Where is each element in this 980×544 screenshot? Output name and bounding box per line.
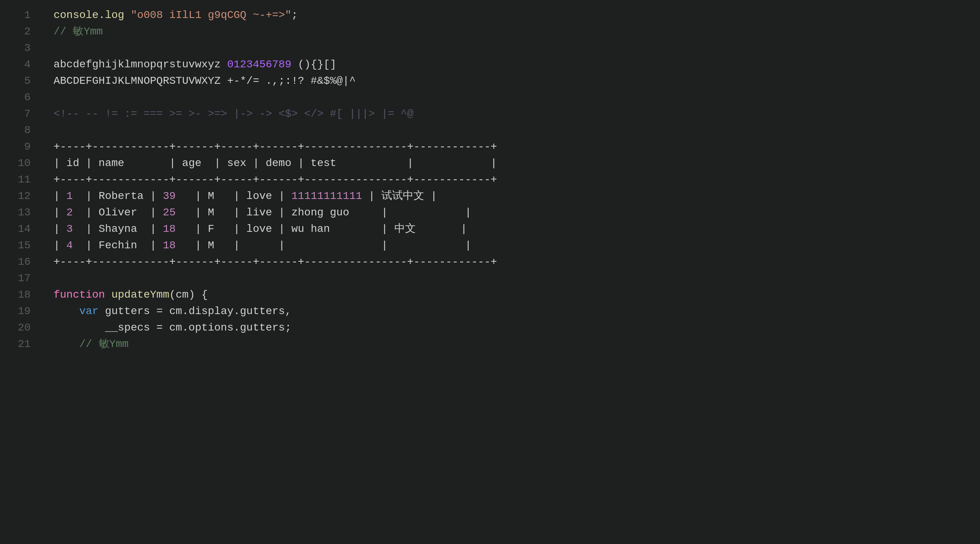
token: | M | | | | (176, 237, 471, 254)
code-area[interactable]: console.log "o008 iIlL1 g9qCGQ ~-+=>"; /… (38, 0, 980, 544)
token: log (105, 7, 124, 23)
code-line-7: <!-- -- != := === >= >- >=> |-> -> <$> <… (54, 106, 980, 122)
code-line-6 (54, 89, 980, 106)
ln-1: 1 (0, 7, 38, 23)
token: | (54, 188, 67, 204)
code-line-9: +----+------------+------+-----+------+-… (54, 138, 980, 155)
ln-20: 20 (0, 319, 38, 336)
ln-8: 8 (0, 122, 38, 138)
code-line-5: ABCDEFGHIJKLMNOPQRSTUVWXYZ +-*/= .,;:!? … (54, 73, 980, 89)
ln-19: 19 (0, 303, 38, 319)
ln-14: 14 (0, 221, 38, 237)
code-line-19: var gutters = cm.display.gutters, (54, 303, 980, 319)
token: (cm) { (169, 287, 208, 303)
code-line-1: console.log "o008 iIlL1 g9qCGQ ~-+=>"; (54, 7, 980, 23)
token: <!-- -- != := === >= >- >=> |-> -> <$> <… (54, 106, 413, 122)
token: 11111111111 (291, 188, 362, 204)
code-line-20: __specs = cm.options.gutters; (54, 319, 980, 336)
token (124, 7, 131, 23)
ln-2: 2 (0, 23, 38, 40)
code-line-4: abcdefghijklmnopqrstuvwxyz 0123456789 ()… (54, 56, 980, 73)
token: | Roberta | (73, 188, 163, 204)
code-line-10: | id | name | age | sex | demo | test | … (54, 155, 980, 171)
code-line-12: | 1 | Roberta | 39 | M | love | 11111111… (54, 188, 980, 204)
token: (){}[] (291, 56, 337, 73)
token: 25 (163, 204, 176, 221)
token: . (99, 7, 105, 23)
ln-21: 21 (0, 336, 38, 352)
token: +----+------------+------+-----+------+-… (54, 171, 497, 188)
editor: 1 2 3 4 5 6 7 8 9 10 11 12 13 14 15 16 1… (0, 0, 980, 544)
token-comment: // 敏Ymm (54, 336, 129, 352)
token: "o008 iIlL1 g9qCGQ ~-+=>" (131, 7, 291, 23)
token: gutters = cm.display.gutters, (99, 303, 291, 319)
code-line-16: +----+------------+------+-----+------+-… (54, 254, 980, 270)
token: ; (291, 7, 298, 23)
ln-3: 3 (0, 40, 38, 56)
token: | (54, 221, 67, 237)
token: // 敏Ymm (54, 23, 103, 40)
token: | Oliver | (73, 204, 163, 221)
code-line-11: +----+------------+------+-----+------+-… (54, 171, 980, 188)
token: | id | name | age | sex | demo | test | … (54, 155, 497, 171)
token-function-name: updateYmm (111, 287, 169, 303)
token: __specs = cm.options.gutters; (54, 319, 291, 336)
token: | M | love | (176, 188, 291, 204)
token-function-keyword: function (54, 287, 105, 303)
token: | F | love | wu han | 中文 | (176, 221, 467, 237)
code-line-8 (54, 122, 980, 138)
token: abcdefghijklmnopqrstuvwxyz (54, 56, 227, 73)
token: 4 (67, 237, 73, 254)
code-line-13: | 2 | Oliver | 25 | M | live | zhong guo… (54, 204, 980, 221)
token: | Fechin | (73, 237, 163, 254)
token: 1 (67, 188, 73, 204)
code-line-21: // 敏Ymm (54, 336, 980, 352)
token: +----+------------+------+-----+------+-… (54, 138, 497, 155)
code-line-15: | 4 | Fechin | 18 | M | | | | (54, 237, 980, 254)
line-numbers: 1 2 3 4 5 6 7 8 9 10 11 12 13 14 15 16 1… (0, 0, 38, 544)
ln-6: 6 (0, 89, 38, 106)
token: 0123456789 (227, 56, 291, 73)
ln-10: 10 (0, 155, 38, 171)
token: | (54, 237, 67, 254)
code-line-3 (54, 40, 980, 56)
ln-15: 15 (0, 237, 38, 254)
token: 18 (163, 237, 176, 254)
code-line-17 (54, 270, 980, 287)
ln-11: 11 (0, 171, 38, 188)
ln-7: 7 (0, 106, 38, 122)
token: | 试试中文 | (362, 188, 437, 204)
token: | M | live | zhong guo | | (176, 204, 471, 221)
token: | Shayna | (73, 221, 163, 237)
token: console (54, 7, 99, 23)
token (105, 287, 111, 303)
ln-4: 4 (0, 56, 38, 73)
token: +----+------------+------+-----+------+-… (54, 254, 497, 270)
token: 18 (163, 221, 176, 237)
token-var-keyword: var (79, 303, 98, 319)
code-line-18: function updateYmm(cm) { (54, 287, 980, 303)
token: 3 (67, 221, 73, 237)
token: 39 (163, 188, 176, 204)
token (54, 303, 79, 319)
ln-12: 12 (0, 188, 38, 204)
ln-16: 16 (0, 254, 38, 270)
token: ABCDEFGHIJKLMNOPQRSTUVWXYZ +-*/= .,;:!? … (54, 73, 356, 89)
ln-13: 13 (0, 204, 38, 221)
code-line-14: | 3 | Shayna | 18 | F | love | wu han | … (54, 221, 980, 237)
code-line-2: // 敏Ymm (54, 23, 980, 40)
ln-17: 17 (0, 270, 38, 287)
token: 2 (67, 204, 73, 221)
ln-5: 5 (0, 73, 38, 89)
token: | (54, 204, 67, 221)
ln-9: 9 (0, 138, 38, 155)
ln-18: 18 (0, 287, 38, 303)
